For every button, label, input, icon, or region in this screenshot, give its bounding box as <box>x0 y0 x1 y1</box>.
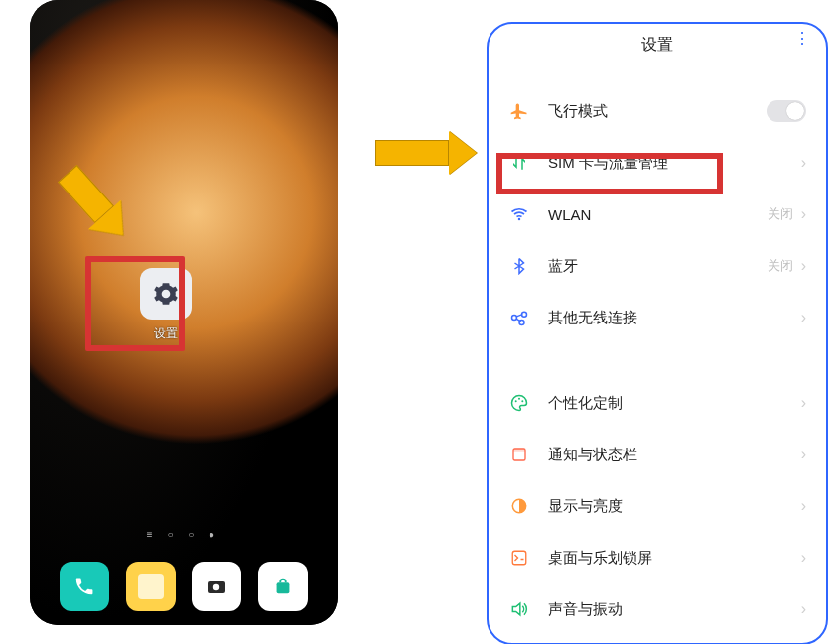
sound-icon <box>508 599 530 619</box>
phone-settings-screen: 设置 ⋮ 飞行模式 SIM 卡与流量管理 › WLAN 关闭 › <box>487 22 828 644</box>
row-label: 显示与亮度 <box>548 497 801 516</box>
chevron-right-icon: › <box>801 549 806 567</box>
chevron-right-icon: › <box>801 154 806 172</box>
chevron-right-icon: › <box>801 600 806 618</box>
wifi-icon <box>508 204 530 224</box>
row-label: 声音与振动 <box>548 600 801 619</box>
svg-point-8 <box>518 398 520 400</box>
row-notification[interactable]: 通知与状态栏 › <box>489 429 826 480</box>
link-icon <box>508 308 530 327</box>
chevron-right-icon: › <box>801 205 806 223</box>
svg-point-7 <box>515 400 517 402</box>
notification-icon <box>508 446 530 463</box>
svg-rect-13 <box>512 551 526 565</box>
row-sound[interactable]: 声音与振动 › <box>489 583 826 635</box>
phone-app[interactable] <box>60 562 109 611</box>
chevron-right-icon: › <box>801 497 806 515</box>
svg-point-4 <box>512 316 517 321</box>
row-value: 关闭 <box>768 257 793 275</box>
home-dock <box>30 562 338 611</box>
camera-app[interactable] <box>192 562 241 611</box>
store-app[interactable] <box>258 562 308 611</box>
row-label: 通知与状态栏 <box>548 446 801 464</box>
settings-header: 设置 ⋮ <box>489 24 826 65</box>
notes-app[interactable] <box>126 562 176 611</box>
row-wlan[interactable]: WLAN 关闭 › <box>489 189 826 240</box>
chevron-right-icon: › <box>801 394 806 412</box>
highlight-settings-app <box>85 256 185 351</box>
chevron-right-icon: › <box>801 446 806 463</box>
row-desktop-lock[interactable]: 桌面与乐划锁屏 › <box>489 532 826 583</box>
bluetooth-icon <box>508 257 530 275</box>
grid-icon <box>508 549 530 567</box>
row-label: 其他无线连接 <box>548 309 801 327</box>
arrow-to-sim-row <box>375 131 477 175</box>
highlight-sim-row <box>496 153 723 194</box>
row-label: 桌面与乐划锁屏 <box>548 549 801 568</box>
row-bluetooth[interactable]: 蓝牙 关闭 › <box>489 240 826 292</box>
row-value: 关闭 <box>768 205 793 223</box>
svg-point-1 <box>213 584 219 590</box>
row-other-wireless[interactable]: 其他无线连接 › <box>489 292 826 343</box>
row-label: 蓝牙 <box>548 257 768 276</box>
more-icon[interactable]: ⋮ <box>794 34 810 44</box>
chevron-right-icon: › <box>801 257 806 275</box>
svg-point-3 <box>518 218 521 221</box>
row-label: 飞行模式 <box>548 102 767 121</box>
row-label: 个性化定制 <box>548 394 801 413</box>
row-dnd[interactable]: 免打扰 › <box>489 635 826 643</box>
svg-rect-11 <box>513 449 525 452</box>
airplane-icon <box>508 101 530 121</box>
row-personalize[interactable]: 个性化定制 › <box>489 377 826 429</box>
row-airplane[interactable]: 飞行模式 <box>489 85 826 137</box>
row-display[interactable]: 显示与亮度 › <box>489 480 826 532</box>
chevron-right-icon: › <box>801 309 806 326</box>
page-indicator: ≡ ○ ○ ● <box>30 529 338 540</box>
row-label: WLAN <box>548 206 768 223</box>
svg-point-9 <box>521 400 523 402</box>
brightness-icon <box>508 496 530 516</box>
settings-title: 设置 <box>641 35 673 56</box>
palette-icon <box>508 393 530 413</box>
airplane-toggle[interactable] <box>767 100 806 122</box>
svg-rect-2 <box>276 582 289 593</box>
